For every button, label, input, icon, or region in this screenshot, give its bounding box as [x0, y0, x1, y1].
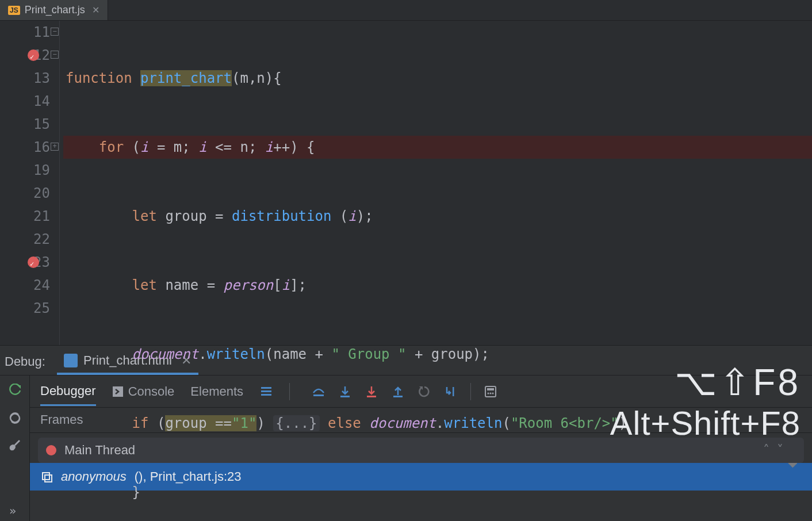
chevron-up-icon[interactable]: ˄: [763, 443, 769, 458]
js-file-icon: JS: [8, 6, 20, 15]
fold-icon[interactable]: −: [51, 28, 59, 36]
code-editor[interactable]: 11− 12− 13 14 15 16+ 19 20 21 22 23 24 2…: [0, 21, 812, 345]
code-line[interactable]: document.writeln(name + " Group " + grou…: [63, 343, 812, 366]
more-icon[interactable]: »: [9, 504, 16, 518]
code-line[interactable]: let name = person[i];: [63, 274, 812, 297]
debug-title: Debug:: [5, 354, 45, 375]
filter-icon[interactable]: ⏷: [787, 458, 799, 472]
settings-icon[interactable]: [8, 439, 22, 453]
breakpoint-icon[interactable]: [28, 256, 39, 268]
editor-tab[interactable]: JS Print_chart.js ✕: [0, 0, 108, 20]
chevron-down-icon[interactable]: ˅: [777, 443, 783, 458]
editor-tabbar: JS Print_chart.js ✕: [0, 0, 812, 21]
debug-sidebar: [0, 376, 30, 521]
drop-frame-icon[interactable]: [418, 385, 431, 399]
folded-region[interactable]: {...}: [273, 415, 319, 431]
code-line[interactable]: }: [63, 481, 812, 504]
rerun-icon[interactable]: [8, 384, 22, 397]
svg-rect-15: [45, 475, 52, 482]
tab-filename: Print_chart.js: [25, 4, 85, 16]
reload-icon[interactable]: [8, 411, 22, 425]
html-file-icon: [64, 354, 78, 367]
suspended-icon: [46, 445, 56, 455]
code-area[interactable]: function print_chart(m,n){ for (i = m; i…: [60, 21, 812, 345]
code-line[interactable]: function print_chart(m,n){: [63, 67, 812, 90]
svg-rect-14: [43, 473, 49, 480]
code-line[interactable]: if (group =="1") {...} else document.wri…: [63, 412, 812, 435]
fold-expand-icon[interactable]: +: [51, 143, 59, 151]
thread-selector[interactable]: Main Thread ˄ ˅: [38, 438, 804, 463]
gutter[interactable]: 11− 12− 13 14 15 16+ 19 20 21 22 23 24 2…: [0, 21, 60, 345]
thread-name: Main Thread: [64, 443, 135, 458]
code-line[interactable]: for (i = m; i <= n; i++) {: [63, 136, 812, 159]
close-icon[interactable]: ✕: [92, 5, 99, 16]
breakpoint-icon[interactable]: [28, 49, 39, 61]
fold-icon[interactable]: −: [51, 51, 59, 59]
stack-frame-icon: [41, 471, 53, 482]
code-line[interactable]: let group = distribution (i);: [63, 205, 812, 228]
